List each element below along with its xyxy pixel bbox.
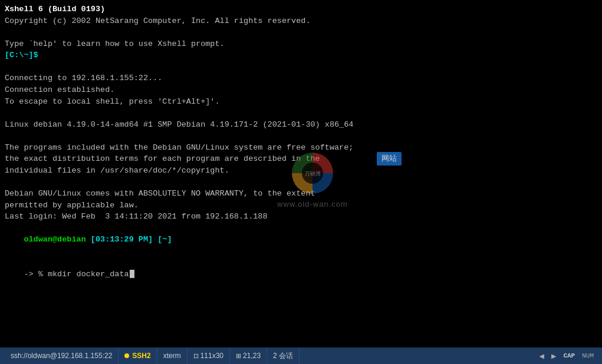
terminal-size: ⊡ 111x30 [187,348,230,364]
nav-left-button[interactable]: ◀ [536,351,548,361]
line-established: Connection established. [5,84,597,96]
line-help: Type `help' to learn how to use Xshell p… [5,38,597,50]
line-permitted: permitted by applicable law. [5,200,597,211]
connection-text: ssh://oldwan@192.168.1.155:22 [11,352,112,360]
line-blank1 [5,27,597,38]
line-individual: individual files in /usr/share/doc/*/cop… [5,165,597,177]
line-title: Xshell 6 (Build 0193) [5,4,597,15]
command-text: mkdir docker_data [48,270,129,279]
line-lastlogin: Last login: Wed Feb 3 14:11:20 2021 from… [5,211,597,223]
line-local-prompt: [C:\~]$ [5,49,597,61]
line-command: -> % mkdir docker_data [5,257,597,292]
terminal-area[interactable]: Xshell 6 (Build 0193) Copyright (c) 2002… [0,0,602,348]
line-blank2 [5,61,597,73]
line-linux: Linux debian 4.19.0-14-amd64 #1 SMP Debi… [5,119,597,131]
num-indicator: NUM [578,352,597,359]
line-blank4 [5,130,597,142]
status-bar: ssh://oldwan@192.168.1.155:22 SSH2 xterm… [0,348,602,364]
line-exact: the exact distribution terms for each pr… [5,153,597,165]
cursor-pos-text: 21,23 [243,352,261,360]
username-hostname: oldwan@debian [24,235,85,244]
protocol-info: SSH2 [119,348,157,364]
connection-info: ssh://oldwan@192.168.1.155:22 [5,348,119,364]
prompt-time-dir: [03:13:29 PM] [~] [86,235,172,244]
cap-indicator: CAP [560,352,578,359]
local-prompt-text: [C:\~]$ [5,51,38,59]
line-blank3 [5,107,597,119]
cursor-icon: ⊞ [236,352,241,360]
line-connecting: Connecting to 192.168.1.155:22... [5,72,597,84]
terminal-text: xterm [163,352,181,360]
sessions-info: 2 会话 [267,348,300,364]
protocol-text: SSH2 [132,352,150,360]
site-label-badge: 网站 [377,152,402,166]
line-blank5 [5,176,597,188]
statusbar-right: ◀ ▶ CAP NUM [536,351,598,361]
size-text: 111x30 [200,352,223,360]
size-icon: ⊡ [193,352,199,360]
line-programs: The programs included with the Debian GN… [5,142,597,154]
cursor-block [130,270,134,278]
line-warranty: Debian GNU/Linux comes with ABSOLUTELY N… [5,188,597,200]
nav-right-button[interactable]: ▶ [548,351,560,361]
terminal-type: xterm [157,348,187,364]
connection-dot [124,353,129,358]
prompt-arrow: -> % [24,270,48,279]
line-escape: To escape to local shell, press 'Ctrl+Al… [5,96,597,108]
sessions-text: 2 会话 [273,351,293,361]
line-copyright: Copyright (c) 2002 NetSarang Computer, I… [5,15,597,27]
line-prompt-user: oldwan@debian [03:13:29 PM] [~] [5,223,597,257]
cursor-position: ⊞ 21,23 [230,348,267,364]
